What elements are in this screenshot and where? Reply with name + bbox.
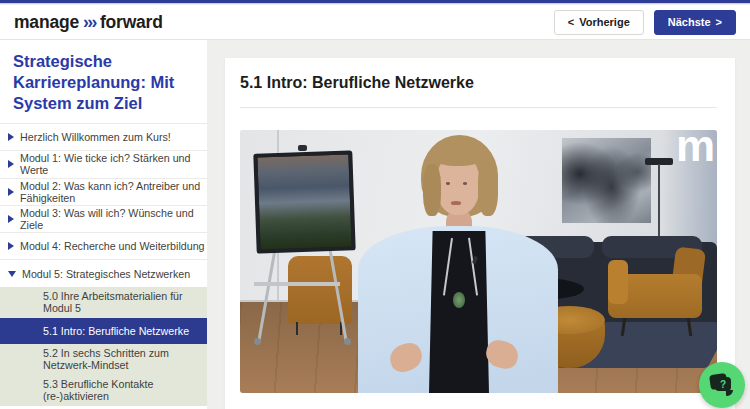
sidebar-item-modul-5[interactable]: Modul 5: Strategisches Netzwerken bbox=[0, 259, 207, 286]
previous-button-label: Vorherige bbox=[579, 17, 630, 28]
subnav-item-label: 5.2 In sechs Schritten zum Netzwerk-Mind… bbox=[43, 347, 207, 371]
next-button[interactable]: Nächste > bbox=[654, 10, 736, 35]
sidebar-item-label: Herzlich Willkommen zum Kurs! bbox=[20, 131, 171, 143]
video-player[interactable]: m bbox=[240, 130, 717, 393]
presenter-eye bbox=[446, 182, 450, 185]
chevron-right-icon bbox=[8, 215, 14, 223]
course-title: Strategische Karriereplanung: Mit System… bbox=[0, 40, 207, 123]
sidebar-item-label: Modul 3: Was will ich? Wünsche und Ziele bbox=[20, 207, 207, 231]
previous-button[interactable]: < Vorherige bbox=[554, 10, 644, 35]
presenter-hair-side bbox=[423, 164, 441, 216]
lesson-card: 5.1 Intro: Berufliche Netzwerke bbox=[225, 58, 735, 409]
chevron-right-icon bbox=[8, 133, 14, 141]
sidebar-item-modul-1[interactable]: Modul 1: Wie ticke ich? Stärken und Wert… bbox=[0, 150, 207, 177]
scene-wall-art bbox=[562, 138, 651, 223]
title-divider bbox=[240, 107, 717, 108]
sidebar-item-modul-3[interactable]: Modul 3: Was will ich? Wünsche und Ziele bbox=[0, 205, 207, 232]
next-button-label: Nächste bbox=[668, 17, 711, 28]
top-accent-bar bbox=[0, 0, 750, 4]
sidebar-item-label: Modul 1: Wie ticke ich? Stärken und Wert… bbox=[20, 152, 207, 176]
subnav-item-5-3[interactable]: 5.3 Berufliche Kontakte (re-)aktivieren bbox=[0, 375, 207, 406]
subnav-item-5-2[interactable]: 5.2 In sechs Schritten zum Netzwerk-Mind… bbox=[0, 344, 207, 375]
presenter-eye bbox=[463, 182, 467, 185]
scene-easel-wheel bbox=[254, 338, 261, 345]
subnav-item-5-1-selected[interactable]: 5.1 Intro: Berufliche Netzwerke bbox=[0, 318, 207, 344]
presenter-mouth bbox=[451, 201, 461, 205]
subnav-item-label: 5.1 Intro: Berufliche Netzwerke bbox=[43, 325, 189, 337]
presenter-top bbox=[429, 231, 489, 393]
chevron-down-icon bbox=[8, 271, 16, 277]
chevron-right-icon bbox=[8, 188, 14, 196]
speech-bubble-tail-icon bbox=[726, 390, 733, 396]
sidebar-item-label: Modul 5: Strategisches Netzwerken bbox=[22, 268, 190, 280]
help-widget-button[interactable]: ? bbox=[699, 362, 745, 408]
chevron-right-icon: > bbox=[716, 17, 722, 28]
logo-chevrons-icon: ››› bbox=[83, 12, 96, 32]
question-mark-icon: ? bbox=[715, 377, 731, 391]
scene-easel-bar bbox=[254, 282, 340, 286]
presenter-hair-fringe bbox=[433, 144, 483, 166]
scene-easel-wheel bbox=[344, 338, 351, 345]
lesson-title: 5.1 Intro: Berufliche Netzwerke bbox=[240, 74, 474, 92]
sidebar-item-label: Modul 2: Was kann ich? Antreiber und Fäh… bbox=[20, 180, 207, 204]
chevron-right-icon bbox=[8, 242, 14, 250]
logo-word-1: manage bbox=[14, 12, 79, 32]
sidebar-item-modul-4[interactable]: Modul 4: Recherche und Weiterbildung bbox=[0, 232, 207, 259]
scene-armchair-left-leg bbox=[296, 322, 298, 335]
video-watermark-logo: m bbox=[676, 130, 715, 170]
logo-word-2: forward bbox=[100, 12, 163, 32]
chevron-right-icon bbox=[8, 160, 14, 168]
scene-tv-screen bbox=[257, 154, 351, 249]
lesson-nav-buttons: < Vorherige Nächste > bbox=[554, 10, 736, 35]
sidebar-item-welcome[interactable]: Herzlich Willkommen zum Kurs! bbox=[0, 123, 207, 150]
course-sidebar: Strategische Karriereplanung: Mit System… bbox=[0, 40, 207, 409]
sidebar-item-label: Modul 4: Recherche und Weiterbildung bbox=[20, 240, 205, 252]
header: manage›››forward < Vorherige Nächste > bbox=[0, 5, 750, 40]
brand-logo[interactable]: manage›››forward bbox=[14, 12, 163, 33]
page: manage›››forward < Vorherige Nächste > S… bbox=[0, 0, 750, 409]
presenter-necklace-pendant bbox=[453, 292, 465, 308]
subnav-item-label: 5.0 Ihre Arbeitsmaterialien für Modul 5 bbox=[43, 290, 207, 314]
scene-tv-webcam bbox=[298, 145, 307, 151]
subnav-item-5-0[interactable]: 5.0 Ihre Arbeitsmaterialien für Modul 5 bbox=[0, 287, 207, 318]
scene-armchair-right-arm bbox=[608, 260, 628, 304]
video-scene: m bbox=[240, 130, 717, 393]
chevron-left-icon: < bbox=[568, 17, 574, 28]
scene-tv-display bbox=[253, 150, 355, 253]
presenter-hair-side bbox=[478, 160, 498, 216]
sidebar-item-modul-2[interactable]: Modul 2: Was kann ich? Antreiber und Fäh… bbox=[0, 178, 207, 205]
subnav-item-label: 5.3 Berufliche Kontakte (re-)aktivieren bbox=[43, 378, 207, 402]
modul-5-subnav: 5.0 Ihre Arbeitsmaterialien für Modul 5 … bbox=[0, 287, 207, 406]
